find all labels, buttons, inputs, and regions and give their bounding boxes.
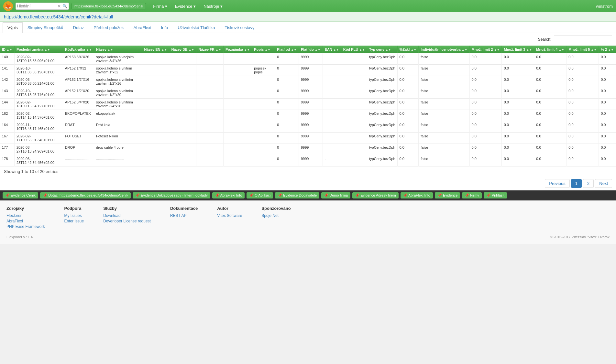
col-mnoz5[interactable]: Množ. limit 5 ▲▼ xyxy=(566,46,599,53)
page-1-button[interactable]: 1 xyxy=(571,179,582,188)
page-2-button[interactable]: 2 xyxy=(583,179,594,188)
table-cell: AP152 3/4"X20 xyxy=(63,99,94,110)
col-ind-cen[interactable]: Individuální cenotvorba ▲▼ xyxy=(419,46,469,53)
search-icon[interactable]: 🔍 xyxy=(62,4,67,8)
col-id[interactable]: ID ▲▼ xyxy=(0,46,14,53)
pagination-bar: Previous 1 2 Next xyxy=(0,177,616,190)
bottom-link-firmy[interactable]: 📌 Firmy xyxy=(462,192,482,198)
tab-skupiny[interactable]: Skupiny Sloupečků xyxy=(23,22,68,33)
table-cell xyxy=(142,99,169,110)
table-cell: 9999 xyxy=(299,110,323,121)
tab-prehled[interactable]: Přehled položek xyxy=(89,22,128,33)
prev-button[interactable]: Previous xyxy=(545,179,570,188)
col-mnoz4[interactable]: Množ. limit 4 ▲▼ xyxy=(534,46,566,53)
table-cell xyxy=(341,121,367,133)
table-cell xyxy=(323,76,341,87)
footer-link-php[interactable]: PHP Ease Framework xyxy=(6,224,45,229)
bottom-link-o-aplikaci[interactable]: 📌 O Aplikaci xyxy=(247,192,273,198)
bottom-link-evidence-adresy[interactable]: 📌 Evidence Adresy firem xyxy=(352,192,399,198)
table-cell: 0.0 xyxy=(397,53,419,65)
col-plati-od[interactable]: Platí od ▲▼ xyxy=(275,46,299,53)
footer-link-enter-issue[interactable]: Enter Issue xyxy=(64,219,84,223)
col-plati-do[interactable]: Platí do ▲▼ xyxy=(299,46,323,53)
table-cell: Fotoset Nikon xyxy=(94,133,142,144)
table-row: 1672020-02-17T09:55:01.346+01:00FOTOSETF… xyxy=(0,133,616,144)
col-mnoz2[interactable]: Množ. limit 2 ▲▼ xyxy=(469,46,502,53)
table-cell: 0.0 xyxy=(599,144,616,155)
table-cell: 2020-02-13T09:15:34.127+01:00 xyxy=(14,99,63,110)
footer-link-license[interactable]: Deverloper License request xyxy=(103,219,151,223)
table-cell xyxy=(323,99,341,110)
table-cell xyxy=(252,121,275,133)
table-cell: false xyxy=(419,87,469,99)
table-cell: false xyxy=(419,155,469,166)
table-cell: 0.0 xyxy=(566,110,599,121)
table-cell xyxy=(169,110,196,121)
footer-link-download[interactable]: Download xyxy=(103,213,151,218)
table-cell: typCeny.bezDph xyxy=(367,144,398,155)
search-box: ✕ 🔍 xyxy=(16,3,69,10)
bottom-link-evidence-dokladove[interactable]: 📌 Evidence Dokladové řady - Interní dokl… xyxy=(133,192,210,198)
col-zakl[interactable]: %Zakl ▲▼ xyxy=(397,46,419,53)
table-cell: 0.0 xyxy=(599,133,616,144)
table-cell xyxy=(196,99,223,110)
showing-entries: Showing 1 to 10 of 20 entries xyxy=(0,166,616,177)
tab-uzivatelska[interactable]: Uživatelská Tlačítka xyxy=(173,22,220,33)
col-mnoz3[interactable]: Množ. limit 3 ▲▼ xyxy=(502,46,534,53)
bottom-link-abraflexi-info2[interactable]: 📌 AbraFlexi Info xyxy=(401,192,433,198)
bottom-link-evidence[interactable]: 📌 Evidence xyxy=(435,192,460,198)
tab-vypis[interactable]: Výpis xyxy=(3,22,23,33)
table-cell xyxy=(142,53,169,65)
col-poznamka[interactable]: Poznámka ▲▼ xyxy=(223,46,252,53)
footer-link-rest-api[interactable]: REST API xyxy=(170,213,198,218)
table-cell xyxy=(169,121,196,133)
table-cell: 0.0 xyxy=(566,76,599,87)
table-cell xyxy=(223,133,252,144)
col-kod-plu[interactable]: Kód PLU ▲▼ xyxy=(341,46,367,53)
bottom-link-abraflexi-info1[interactable]: 📌 AbraFlexi Info xyxy=(212,192,245,198)
nav-evidence[interactable]: Evidence ▾ xyxy=(172,3,199,10)
footer-link-vitex[interactable]: Vitex Software xyxy=(217,213,242,218)
table-cell xyxy=(341,144,367,155)
next-button[interactable]: Next xyxy=(595,179,612,188)
nav-url-bar[interactable]: https://demo.flexibee.eu:5434/c/demo/cen… xyxy=(72,3,146,9)
nav-firma[interactable]: Firma ▾ xyxy=(150,3,170,10)
url-display: https://demo.flexibee.eu:5434/c/demo/cen… xyxy=(0,12,616,22)
footer-col-zdrojaky-heading: Zdrojáky xyxy=(6,206,45,211)
col-popis[interactable]: Popis ▲▼ xyxy=(252,46,275,53)
tab-info[interactable]: Info xyxy=(156,22,173,33)
col-name-en[interactable]: Název EN ▲▼ xyxy=(142,46,169,53)
col-typ-ceny[interactable]: Typ ceny ▲▼ xyxy=(367,46,398,53)
table-cell xyxy=(196,76,223,87)
tab-abraflexi[interactable]: AbraFlexi xyxy=(129,22,156,33)
bottom-link-evidence-cenik[interactable]: 📌 Evidence Ceník xyxy=(3,192,38,198)
table-header-row: ID ▲▼ Poslední změna ▲▼ Kód/zkratka ▲▼ N… xyxy=(0,46,616,53)
footer-link-flexlorer[interactable]: Flexlorer xyxy=(6,213,45,218)
nav-nastroje[interactable]: Nástroje ▾ xyxy=(200,3,226,10)
table-cell xyxy=(341,65,367,76)
table-cell: false xyxy=(419,144,469,155)
table-search-input[interactable] xyxy=(554,36,612,43)
bottom-link-dotaz[interactable]: 📌 Dotaz: https://demo.flexibee.eu:5434/c… xyxy=(40,192,131,198)
col-ean[interactable]: EAN ▲▼ xyxy=(323,46,341,53)
col-pct2[interactable]: % 2 ▲▼ xyxy=(599,46,616,53)
col-name[interactable]: Název ▲▼ xyxy=(94,46,142,53)
col-last-change[interactable]: Poslední změna ▲▼ xyxy=(14,46,63,53)
search-input[interactable] xyxy=(17,4,56,8)
tab-dotaz[interactable]: Dotaz xyxy=(68,22,89,33)
footer-link-spoje[interactable]: Spoje.Net xyxy=(261,213,291,218)
table-cell xyxy=(196,155,223,166)
table-cell xyxy=(252,99,275,110)
clear-icon[interactable]: ✕ xyxy=(57,4,61,9)
table-cell: typCeny.bezDph xyxy=(367,99,398,110)
tab-tiskove[interactable]: Tiskové sestavy xyxy=(220,22,259,33)
col-code[interactable]: Kód/zkratka ▲▼ xyxy=(63,46,94,53)
footer-link-abraflexi[interactable]: AbraFlexi xyxy=(6,219,45,223)
col-name-de[interactable]: Název DE ▲▼ xyxy=(169,46,196,53)
footer-link-my-issues[interactable]: My Issues xyxy=(64,213,84,218)
bottom-link-prihlasit[interactable]: 📌 Přihlásit xyxy=(484,192,507,198)
bottom-link-demo-firma[interactable]: 📌 Demo firma xyxy=(321,192,350,198)
bottom-link-evidence-dodavatele[interactable]: 📌 Evidence Dodavatele xyxy=(275,192,319,198)
col-name-fr[interactable]: Název FR ▲▼ xyxy=(196,46,223,53)
table-cell: typCeny.bezDph xyxy=(367,76,398,87)
